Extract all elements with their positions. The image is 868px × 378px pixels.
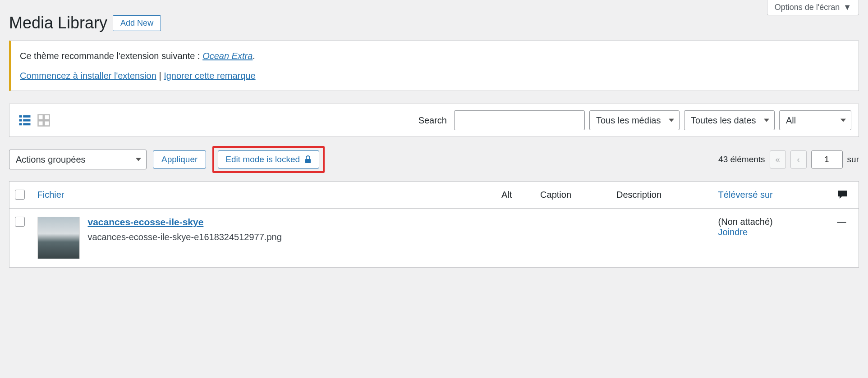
- notice-install-link[interactable]: Commencez à installer l'extension: [20, 71, 156, 81]
- svg-rect-1: [23, 115, 30, 118]
- page-title: Media Library: [9, 14, 107, 32]
- svg-rect-6: [38, 115, 43, 120]
- filter-bar: Search Tous les médias Toutes les dates …: [9, 104, 859, 137]
- notice-suffix: .: [253, 51, 255, 61]
- dates-select[interactable]: Toutes les dates: [684, 110, 775, 130]
- grid-view-icon[interactable]: [36, 112, 52, 128]
- svg-rect-2: [19, 119, 22, 122]
- svg-rect-7: [44, 115, 49, 120]
- pagination: 43 éléments « ‹ sur: [718, 150, 859, 169]
- chevron-down-icon: ▼: [843, 3, 851, 12]
- highlight-annotation: Edit mode is locked: [212, 146, 325, 173]
- list-view-icon[interactable]: [17, 112, 33, 128]
- svg-rect-4: [19, 123, 22, 125]
- all-select[interactable]: All: [779, 110, 851, 130]
- page-input[interactable]: [811, 150, 843, 169]
- media-type-select[interactable]: Tous les médias: [589, 110, 680, 130]
- table-row: vacances-ecosse-ile-skye vacances-ecosse…: [9, 209, 859, 268]
- uploaded-status: (Non attaché): [718, 217, 827, 227]
- svg-rect-9: [44, 121, 49, 126]
- screen-options-button[interactable]: Options de l'écran ▼: [767, 0, 859, 15]
- page-sur-label: sur: [847, 155, 859, 164]
- col-comments[interactable]: [832, 182, 859, 209]
- media-table: Fichier Alt Caption Description Télévers…: [9, 181, 859, 268]
- screen-options-label: Options de l'écran: [775, 3, 840, 12]
- notice-prefix: Ce thème recommande l'extension suivante…: [20, 51, 202, 61]
- svg-rect-5: [23, 123, 30, 125]
- prev-page-button[interactable]: ‹: [790, 150, 807, 169]
- notice-dismiss-link[interactable]: Ignorer cette remarque: [164, 71, 255, 81]
- apply-button[interactable]: Appliquer: [153, 150, 206, 169]
- edit-mode-locked-button[interactable]: Edit mode is locked: [218, 150, 319, 169]
- comment-icon: [837, 190, 854, 200]
- svg-rect-0: [19, 115, 22, 118]
- svg-rect-8: [38, 121, 43, 126]
- comments-cell: —: [832, 209, 859, 268]
- svg-rect-10: [305, 159, 311, 163]
- col-alt: Alt: [496, 182, 535, 209]
- col-uploaded[interactable]: Téléversé sur: [713, 182, 832, 209]
- add-new-button[interactable]: Add New: [113, 15, 161, 31]
- search-label: Search: [418, 115, 447, 126]
- select-all-checkbox[interactable]: [15, 190, 25, 200]
- first-page-button[interactable]: «: [770, 150, 786, 169]
- thumbnail[interactable]: [37, 217, 80, 259]
- col-description: Description: [611, 182, 713, 209]
- search-input[interactable]: [454, 110, 585, 130]
- notice-box: Ce thème recommande l'extension suivante…: [9, 41, 859, 91]
- file-name: vacances-ecosse-ile-skye-e1618324512977.…: [88, 230, 282, 244]
- col-file[interactable]: Fichier: [32, 182, 496, 209]
- lock-icon: [304, 155, 312, 164]
- edit-mode-locked-label: Edit mode is locked: [225, 155, 300, 164]
- notice-separator: |: [159, 71, 164, 81]
- file-title-link[interactable]: vacances-ecosse-ile-skye: [88, 217, 204, 227]
- notice-plugin-link[interactable]: Ocean Extra: [202, 51, 253, 61]
- row-checkbox[interactable]: [15, 217, 25, 227]
- svg-rect-3: [23, 119, 30, 122]
- col-caption: Caption: [535, 182, 611, 209]
- items-count: 43 éléments: [718, 155, 765, 164]
- attach-link[interactable]: Joindre: [718, 227, 748, 237]
- bulk-actions-select[interactable]: Actions groupées: [9, 150, 147, 169]
